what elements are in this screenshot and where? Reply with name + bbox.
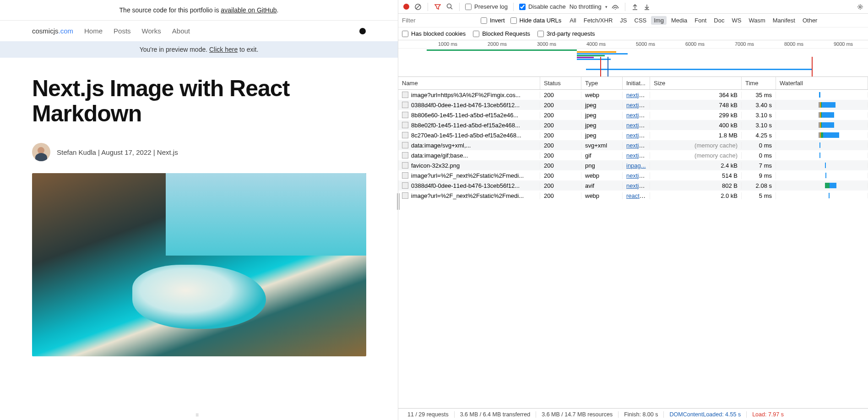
table-row[interactable]: image?url=https%3A%2F%2Fimgix.cos...200w… — [398, 90, 868, 100]
initiator-link[interactable]: nextjs... — [626, 92, 647, 98]
type-chip-css[interactable]: CSS — [632, 16, 650, 25]
footer-finish: Finish: 8.00 s — [618, 411, 664, 418]
initiator-link[interactable]: nextjs... — [626, 182, 647, 189]
file-icon — [402, 192, 408, 199]
initiator-link[interactable]: react-... — [626, 192, 646, 199]
initiator-link[interactable]: nextjs... — [626, 152, 647, 159]
footer-load: Load: 7.97 s — [747, 411, 789, 418]
table-row[interactable]: image?url=%2F_next%2Fstatic%2Fmedi...200… — [398, 170, 868, 180]
nav-about[interactable]: About — [172, 27, 190, 35]
devtools-network-panel: Preserve log Disable cache No throttling… — [398, 0, 868, 420]
table-row[interactable]: 0388d4f0-0dee-11ed-b476-13ceb56f12...200… — [398, 100, 868, 110]
byline: Stefan Kudla | August 17, 2022 | Next.js — [32, 143, 366, 161]
site-preview-panel: The source code for this portfolio is av… — [0, 0, 398, 420]
col-type: Type — [581, 77, 623, 89]
initiator-link[interactable]: nextjs... — [626, 142, 647, 149]
chevron-down-icon: ▾ — [605, 5, 608, 9]
nav-home[interactable]: Home — [84, 27, 103, 35]
file-icon — [402, 172, 408, 179]
type-chip-media[interactable]: Media — [668, 16, 690, 25]
record-button[interactable] — [402, 3, 410, 11]
svg-line-1 — [416, 5, 420, 9]
page-title: Next.js Image with React Markdown — [32, 76, 366, 126]
filter-row-2: Has blocked cookies Blocked Requests 3rd… — [398, 27, 868, 40]
author-name: Stefan Kudla — [57, 148, 96, 156]
initiator-link[interactable]: nextjs... — [626, 102, 647, 109]
exit-preview-link[interactable]: Click here — [209, 46, 238, 53]
type-filter-chips: AllFetch/XHRJSCSSImgMediaFontDocWSWasmMa… — [567, 16, 820, 25]
col-waterfall: Waterfall — [776, 77, 868, 89]
table-row[interactable]: 8c270ea0-1e45-11ed-a5bd-ef15a2e468...200… — [398, 130, 868, 140]
type-chip-img[interactable]: Img — [651, 16, 667, 25]
hero-image — [32, 173, 366, 356]
type-chip-ws[interactable]: WS — [729, 16, 744, 25]
panel-resize-handle[interactable] — [397, 193, 400, 210]
table-row[interactable]: 8b806e60-1e45-11ed-a5bd-ef15a2e46...200j… — [398, 110, 868, 120]
network-toolbar: Preserve log Disable cache No throttling… — [398, 0, 868, 14]
avatar — [32, 143, 50, 161]
file-icon — [402, 102, 408, 108]
file-icon — [402, 182, 408, 189]
file-icon — [402, 152, 408, 158]
github-banner: The source code for this portfolio is av… — [0, 0, 398, 21]
export-har-icon[interactable] — [643, 3, 651, 11]
type-chip-other[interactable]: Other — [800, 16, 820, 25]
col-time: Time — [742, 77, 776, 89]
theme-toggle-icon[interactable] — [359, 28, 366, 34]
filter-row: Invert Hide data URLs AllFetch/XHRJSCSSI… — [398, 14, 868, 27]
blocked-requests-checkbox[interactable]: Blocked Requests — [473, 30, 530, 37]
network-footer: 11 / 29 requests 3.6 MB / 6.4 MB transfe… — [398, 408, 868, 420]
invert-checkbox[interactable]: Invert — [481, 17, 505, 24]
footer-dcl: DOMContentLoaded: 4.55 s — [664, 411, 747, 418]
brand[interactable]: cosmicjs.com — [32, 27, 73, 35]
col-initiator: Initiat... — [623, 77, 650, 89]
resize-grip-icon[interactable]: ≡ — [0, 409, 398, 420]
file-icon — [402, 142, 408, 148]
type-chip-manifest[interactable]: Manifest — [770, 16, 798, 25]
throttling-select[interactable]: No throttling — [570, 3, 602, 10]
type-chip-wasm[interactable]: Wasm — [746, 16, 768, 25]
nav-posts[interactable]: Posts — [114, 27, 131, 35]
post-category: Next.js — [157, 148, 178, 156]
settings-gear-icon[interactable] — [856, 3, 864, 11]
svg-point-4 — [615, 9, 616, 10]
initiator-link[interactable]: nextjs... — [626, 122, 647, 129]
search-icon[interactable] — [445, 3, 454, 11]
table-row[interactable]: data:image/svg+xml,...200svg+xmlnextjs..… — [398, 140, 868, 150]
network-table: Name Status Type Initiat... Size Time Wa… — [398, 77, 868, 408]
network-conditions-icon[interactable] — [611, 3, 619, 11]
table-row[interactable]: image?url=%2F_next%2Fstatic%2Fmedi...200… — [398, 191, 868, 201]
table-row[interactable]: 0388d4f0-0dee-11ed-b476-13ceb56f12...200… — [398, 180, 868, 191]
third-party-checkbox[interactable]: 3rd-party requests — [537, 30, 595, 37]
github-link[interactable]: available on GitHub — [221, 6, 277, 14]
site-nav: cosmicjs.com Home Posts Works About — [0, 21, 398, 41]
initiator-link[interactable]: nextjs... — [626, 172, 647, 179]
type-chip-font[interactable]: Font — [692, 16, 709, 25]
type-chip-all[interactable]: All — [567, 16, 579, 25]
initiator-link[interactable]: nextjs... — [626, 132, 647, 139]
gh-banner-text: The source code for this portfolio is — [119, 6, 221, 14]
svg-line-3 — [450, 8, 452, 10]
type-chip-fetchxhr[interactable]: Fetch/XHR — [581, 16, 616, 25]
blocked-cookies-checkbox[interactable]: Has blocked cookies — [402, 30, 466, 37]
initiator-link[interactable]: inpag... — [626, 162, 646, 169]
filter-input[interactable] — [402, 17, 475, 24]
hide-data-urls-checkbox[interactable]: Hide data URLs — [510, 17, 562, 24]
footer-requests: 11 / 29 requests — [402, 411, 455, 418]
type-chip-doc[interactable]: Doc — [711, 16, 727, 25]
nav-works[interactable]: Works — [142, 27, 161, 35]
svg-point-2 — [447, 4, 451, 8]
clear-button[interactable] — [414, 3, 422, 11]
table-row[interactable]: data:image/gif;base...200gifnextjs...(me… — [398, 150, 868, 160]
table-header[interactable]: Name Status Type Initiat... Size Time Wa… — [398, 77, 868, 90]
type-chip-js[interactable]: JS — [617, 16, 629, 25]
table-row[interactable]: favicon-32x32.png200pnginpag...2.4 kB7 m… — [398, 160, 868, 170]
table-row[interactable]: 8b8e02f0-1e45-11ed-a5bd-ef15a2e468...200… — [398, 120, 868, 130]
initiator-link[interactable]: nextjs... — [626, 112, 647, 119]
import-har-icon[interactable] — [631, 3, 639, 11]
preserve-log-checkbox[interactable]: Preserve log — [465, 3, 508, 10]
disable-cache-checkbox[interactable]: Disable cache — [519, 3, 566, 10]
filter-icon[interactable] — [434, 3, 442, 11]
overview-timeline[interactable]: 1000 ms2000 ms3000 ms4000 ms5000 ms6000 … — [398, 40, 868, 77]
col-status: Status — [540, 77, 581, 89]
